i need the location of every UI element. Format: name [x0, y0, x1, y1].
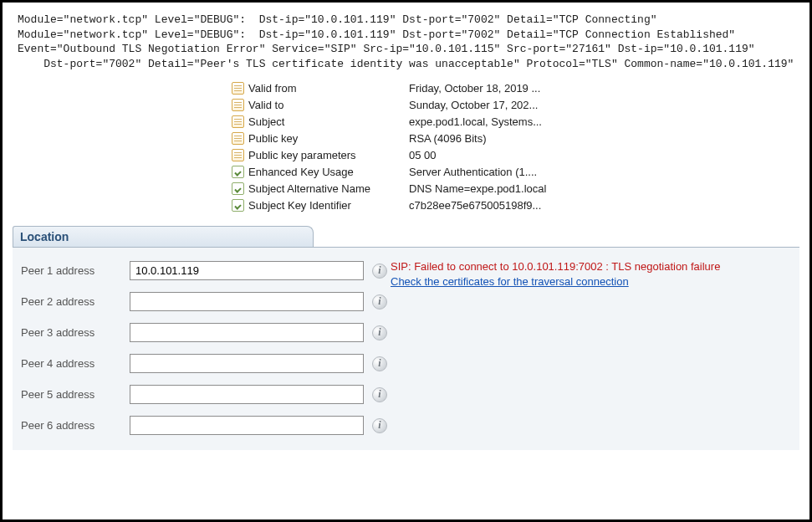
cert-row: Subjectexpe.pod1.local, Systems... — [232, 113, 799, 130]
cert-field-name: Public key parameters — [248, 149, 356, 161]
app-frame: Module="network.tcp" Level="DEBUG": Dst-… — [0, 0, 812, 522]
document-icon — [232, 132, 244, 145]
log-line: Event="Outbound TLS Negotiation Error" S… — [18, 43, 755, 55]
cert-row: Enhanced Key UsageServer Authentication … — [232, 163, 799, 180]
log-line: Module="network.tcp" Level="DEBUG": Dst-… — [18, 13, 657, 26]
cert-field-value: expe.pod1.local, Systems... — [409, 115, 799, 128]
peer-address-input[interactable] — [130, 354, 364, 373]
location-panel: Location SIP: Failed to connect to 10.0.… — [13, 225, 799, 450]
cert-field-label: Valid to — [232, 99, 409, 111]
cert-field-value: Server Authentication (1.... — [409, 166, 799, 178]
info-icon[interactable]: i — [372, 356, 387, 371]
info-icon[interactable]: i — [372, 418, 387, 433]
cert-field-name: Subject — [248, 115, 284, 128]
log-line: Dst-port="7002" Detail="Peer's TLS certi… — [18, 58, 794, 70]
cert-field-value: RSA (4096 Bits) — [409, 132, 799, 145]
cert-field-name: Subject Key Identifier — [248, 199, 351, 212]
error-block: SIP: Failed to connect to 10.0.101.119:7… — [391, 259, 720, 289]
peer-address-input[interactable] — [130, 323, 364, 342]
cert-field-label: Public key parameters — [232, 149, 409, 161]
cert-field-value: 05 00 — [409, 149, 799, 161]
info-icon[interactable]: i — [372, 294, 387, 310]
peer-address-input[interactable] — [130, 261, 364, 280]
document-icon — [232, 149, 244, 161]
cert-field-label: Enhanced Key Usage — [232, 166, 409, 178]
cert-field-label: Subject Key Identifier — [232, 199, 409, 212]
cert-row: Public keyRSA (4096 Bits) — [232, 130, 799, 146]
extension-icon — [232, 166, 244, 178]
peer-address-input[interactable] — [130, 416, 364, 435]
cert-field-value: c7b28ee75e675005198f9... — [409, 199, 799, 212]
certificate-details: Valid fromFriday, October 18, 2019 ...Va… — [232, 79, 799, 213]
peer-address-input[interactable] — [130, 292, 364, 311]
cert-field-value: Sunday, October 17, 202... — [409, 99, 799, 111]
cert-field-label: Subject Alternative Name — [232, 182, 409, 195]
info-icon[interactable]: i — [372, 325, 387, 340]
cert-field-label: Public key — [232, 132, 409, 145]
document-icon — [232, 82, 244, 95]
panel-body: SIP: Failed to connect to 10.0.101.119:7… — [13, 247, 799, 450]
cert-row: Valid fromFriday, October 18, 2019 ... — [232, 79, 799, 96]
peer-address-label: Peer 5 address — [21, 388, 130, 401]
cert-row: Public key parameters05 00 — [232, 146, 799, 163]
cert-row: Subject Alternative NameDNS Name=expe.po… — [232, 180, 799, 197]
cert-field-name: Subject Alternative Name — [248, 182, 370, 195]
error-text: SIP: Failed to connect to 10.0.101.119:7… — [391, 260, 720, 273]
peer-address-label: Peer 3 address — [21, 326, 130, 339]
info-icon[interactable]: i — [372, 387, 387, 402]
cert-field-name: Valid to — [248, 99, 283, 111]
peer-row: Peer 2 addressi — [21, 292, 791, 311]
debug-log: Module="network.tcp" Level="DEBUG": Dst-… — [18, 13, 799, 71]
cert-field-label: Subject — [232, 115, 409, 128]
extension-icon — [232, 182, 244, 195]
document-icon — [232, 99, 244, 111]
cert-field-name: Valid from — [248, 82, 297, 95]
cert-field-name: Enhanced Key Usage — [248, 166, 354, 178]
location-tab[interactable]: Location — [13, 226, 314, 248]
peer-address-label: Peer 1 address — [21, 264, 130, 277]
peer-row: Peer 4 addressi — [21, 354, 791, 373]
error-help-link[interactable]: Check the certificates for the traversal… — [391, 275, 629, 288]
info-icon[interactable]: i — [372, 264, 387, 279]
cert-field-value: DNS Name=expe.pod1.local — [409, 182, 799, 195]
location-tab-label: Location — [20, 230, 69, 243]
cert-field-label: Valid from — [232, 82, 409, 95]
peer-row: Peer 5 addressi — [21, 385, 791, 404]
peer-address-label: Peer 6 address — [21, 419, 130, 432]
peer-address-input[interactable] — [130, 385, 364, 404]
peer-row: Peer 3 addressi — [21, 323, 791, 342]
cert-field-value: Friday, October 18, 2019 ... — [409, 82, 799, 95]
document-icon — [232, 115, 244, 128]
cert-row: Subject Key Identifierc7b28ee75e67500519… — [232, 197, 799, 213]
peer-address-label: Peer 4 address — [21, 357, 130, 370]
extension-icon — [232, 199, 244, 212]
peer-row: Peer 6 addressi — [21, 416, 791, 435]
cert-row: Valid toSunday, October 17, 202... — [232, 96, 799, 113]
peer-address-label: Peer 2 address — [21, 295, 130, 308]
cert-field-name: Public key — [248, 132, 298, 145]
panel-header: Location — [13, 225, 799, 247]
log-line: Module="network.tcp" Level="DEBUG": Dst-… — [18, 28, 735, 41]
